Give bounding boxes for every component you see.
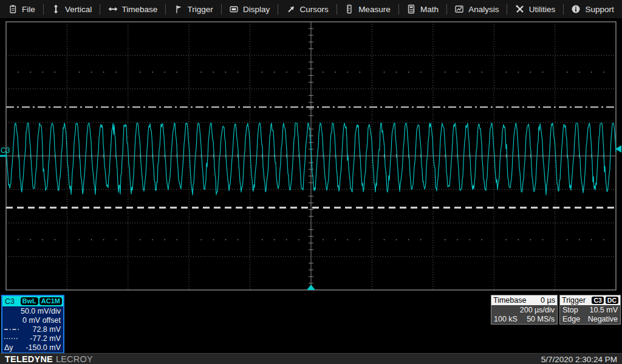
cursor-delta-row: Δy -150.0 mV <box>2 343 63 352</box>
delta-y-label: Δy <box>4 343 20 352</box>
chart-icon <box>454 4 464 14</box>
vertical-arrows-icon <box>51 4 61 14</box>
trigger-level: 10.5 mV <box>589 306 618 314</box>
bandwidth-limit-badge: BwL <box>21 297 38 305</box>
calculator-icon <box>406 4 416 14</box>
channel-c3-marker-label: C3 <box>1 146 10 155</box>
trigger-type: Edge <box>562 315 580 323</box>
cursor1-row: 72.8 mV <box>2 325 63 334</box>
timebase-header[interactable]: Timebase 0 µs <box>491 295 557 305</box>
cursor1-value: 72.8 mV <box>20 325 61 334</box>
trigger-header[interactable]: Trigger C3 DC <box>560 295 620 305</box>
channel-c3-descriptor[interactable]: C3 BwL AC1M 50.0 mV/div 0 mV offset 72.8… <box>1 295 64 354</box>
channel-c3-header[interactable]: C3 BwL AC1M <box>2 296 63 306</box>
timebase-descriptor[interactable]: Timebase 0 µs 200 µs/div 100 kS 50 MS/s <box>491 295 558 325</box>
menu-item-measure[interactable]: Measure <box>337 0 398 18</box>
menu-item-support[interactable]: Support <box>563 0 621 18</box>
arrow-ne-icon <box>286 4 296 14</box>
menu-item-cursors[interactable]: Cursors <box>278 0 337 18</box>
trigger-mode: Stop <box>562 306 578 314</box>
cursor2-row: -77.2 mV <box>2 334 63 343</box>
timebase-scale-row: 200 µs/div <box>491 305 557 314</box>
channel-offset-row: 0 mV offset <box>2 315 63 325</box>
timebase-scale: 200 µs/div <box>520 306 555 314</box>
timebase-title: Timebase <box>493 296 526 305</box>
status-bar: TELEDYNELECROY 5/7/2020 2:30:24 PM <box>0 353 622 364</box>
menu-item-vertical[interactable]: Vertical <box>43 0 100 18</box>
menu-item-trigger[interactable]: Trigger <box>166 0 221 18</box>
channel-offset: 0 mV offset <box>4 316 61 325</box>
menu-item-display[interactable]: Display <box>221 0 278 18</box>
teledyne-lecroy-logo: TELEDYNELECROY <box>5 354 93 364</box>
menu-item-math[interactable]: Math <box>398 0 446 18</box>
monitor-icon <box>229 4 239 14</box>
tools-icon <box>515 4 525 14</box>
oscilloscope-screen: FileVerticalTimebaseTriggerDisplayCursor… <box>0 0 622 364</box>
timebase-rate: 50 MS/s <box>527 315 555 323</box>
clipboard-icon <box>8 4 18 14</box>
dashdot-line-icon <box>4 328 20 331</box>
timebase-sampling-row: 100 kS 50 MS/s <box>491 314 557 323</box>
coupling-badge: AC1M <box>39 297 62 305</box>
channel-scale-row: 50.0 mV/div <box>2 306 63 315</box>
dotted-line-icon <box>4 337 20 340</box>
trigger-coupling-badge: DC <box>606 297 618 304</box>
trigger-slope: Negative <box>588 315 618 323</box>
trigger-descriptor[interactable]: Trigger C3 DC Stop 10.5 mV Edge Negative <box>559 295 621 325</box>
timebase-samples: 100 kS <box>494 315 518 323</box>
menu-item-utilities[interactable]: Utilities <box>507 0 564 18</box>
timebase-delay: 0 µs <box>541 296 555 305</box>
info-icon <box>571 4 581 14</box>
clock: 5/7/2020 2:30:24 PM <box>541 355 617 364</box>
cursor-delta-value: -150.0 mV <box>20 343 61 352</box>
ruler-icon <box>344 4 354 14</box>
menu-bar: FileVerticalTimebaseTriggerDisplayCursor… <box>0 0 622 18</box>
trigger-source-badge: C3 <box>592 297 603 304</box>
flag-icon <box>174 4 183 14</box>
menu-item-file[interactable]: File <box>0 0 43 18</box>
trigger-title: Trigger <box>562 296 586 305</box>
horizontal-arrows-icon <box>108 4 118 14</box>
menu-item-analysis[interactable]: Analysis <box>446 0 507 18</box>
channel-scale: 50.0 mV/div <box>4 307 61 315</box>
menu-item-timebase[interactable]: Timebase <box>100 0 166 18</box>
trigger-mode-row: Stop 10.5 mV <box>560 305 620 314</box>
trigger-type-row: Edge Negative <box>560 314 620 323</box>
cursor2-value: -77.2 mV <box>20 334 61 343</box>
channel-name: C3 <box>4 297 15 306</box>
